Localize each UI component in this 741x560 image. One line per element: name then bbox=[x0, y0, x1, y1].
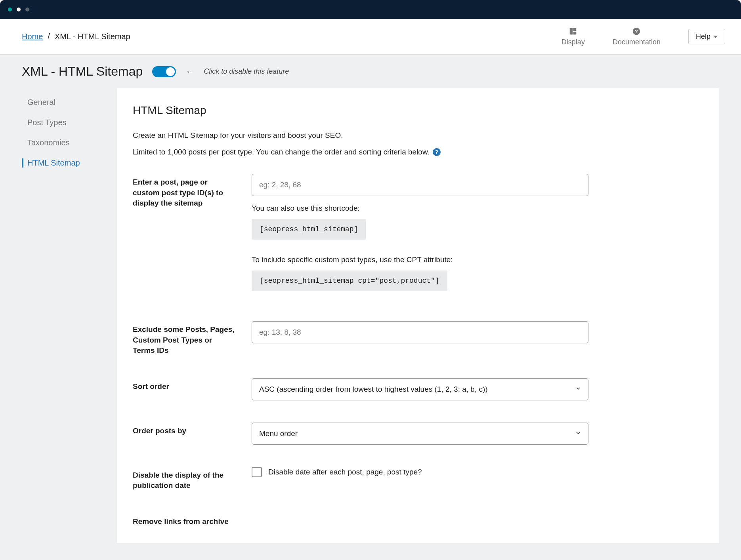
feature-toggle[interactable] bbox=[152, 66, 176, 77]
sidebar-item-post-types[interactable]: Post Types bbox=[22, 118, 101, 127]
display-icon bbox=[569, 27, 577, 36]
exclude-label: Exclude some Posts, Pages, Custom Post T… bbox=[133, 321, 236, 356]
row-remove-links: Remove links from archive bbox=[133, 513, 703, 527]
breadcrumb-home-link[interactable]: Home bbox=[22, 32, 43, 41]
include-label: Enter a post, page or custom post type I… bbox=[133, 174, 236, 299]
help-icon[interactable]: ? bbox=[433, 148, 441, 156]
topbar-actions: Display ? Documentation Help bbox=[561, 27, 725, 46]
order-by-select[interactable]: Menu order bbox=[252, 423, 588, 445]
documentation-button[interactable]: ? Documentation bbox=[613, 27, 661, 46]
sidebar-item-html-sitemap[interactable]: HTML Sitemap bbox=[22, 158, 101, 168]
panel-intro-2: Limited to 1,000 posts per post type. Yo… bbox=[133, 148, 703, 156]
svg-rect-1 bbox=[573, 28, 576, 31]
breadcrumb-sep: / bbox=[48, 32, 50, 41]
help-label: Help bbox=[696, 32, 710, 41]
arrow-left-icon: ← bbox=[185, 67, 194, 77]
page-header: XML - HTML Sitemap ← Click to disable th… bbox=[0, 55, 741, 88]
display-label: Display bbox=[561, 38, 585, 46]
side-tabs: General Post Types Taxonomies HTML Sitem… bbox=[22, 88, 101, 543]
macos-titlebar bbox=[0, 0, 741, 19]
sort-order-label: Sort order bbox=[133, 378, 236, 400]
panel-intro-2-text: Limited to 1,000 posts per post type. Yo… bbox=[133, 148, 430, 156]
remove-links-label: Remove links from archive bbox=[133, 513, 236, 527]
topbar: Home / XML - HTML Sitemap Display ? Docu… bbox=[0, 19, 741, 55]
display-button[interactable]: Display bbox=[561, 27, 585, 46]
help-circle-icon: ? bbox=[632, 27, 641, 36]
help-dropdown-button[interactable]: Help bbox=[688, 29, 725, 44]
sidebar-item-general[interactable]: General bbox=[22, 98, 101, 107]
breadcrumb: Home / XML - HTML Sitemap bbox=[22, 32, 130, 41]
order-by-label: Order posts by bbox=[133, 423, 236, 445]
documentation-label: Documentation bbox=[613, 38, 661, 46]
svg-rect-2 bbox=[573, 32, 576, 34]
row-exclude-ids: Exclude some Posts, Pages, Custom Post T… bbox=[133, 321, 703, 356]
shortcode-hint-1: You can also use this shortcode: bbox=[252, 204, 588, 213]
shortcode-2: [seopress_html_sitemap cpt="post,product… bbox=[252, 270, 447, 291]
page-title: XML - HTML Sitemap bbox=[22, 64, 143, 79]
main-layout: General Post Types Taxonomies HTML Sitem… bbox=[0, 88, 741, 559]
sort-order-select[interactable]: ASC (ascending order from lowest to high… bbox=[252, 378, 588, 400]
row-sort-order: Sort order ASC (ascending order from low… bbox=[133, 378, 703, 400]
caret-down-icon bbox=[714, 35, 718, 39]
panel: HTML Sitemap Create an HTML Sitemap for … bbox=[117, 88, 719, 543]
disable-date-checkbox[interactable] bbox=[252, 467, 262, 477]
breadcrumb-current: XML - HTML Sitemap bbox=[55, 32, 130, 41]
row-disable-date: Disable the display of the publication d… bbox=[133, 467, 703, 491]
window-control-minimize[interactable] bbox=[17, 8, 21, 11]
svg-text:?: ? bbox=[635, 29, 638, 34]
row-order-by: Order posts by Menu order bbox=[133, 423, 703, 445]
row-include-ids: Enter a post, page or custom post type I… bbox=[133, 174, 703, 299]
include-ids-input[interactable] bbox=[252, 174, 588, 196]
toggle-hint: Click to disable this feature bbox=[204, 67, 289, 76]
shortcode-hint-2: To include specific custom post types, u… bbox=[252, 255, 588, 264]
panel-intro-1: Create an HTML Sitemap for your visitors… bbox=[133, 131, 703, 140]
disable-date-label: Disable the display of the publication d… bbox=[133, 467, 236, 491]
window-control-zoom[interactable] bbox=[25, 8, 29, 11]
sidebar-item-taxonomies[interactable]: Taxonomies bbox=[22, 138, 101, 147]
disable-date-checkbox-label: Disable date after each post, page, post… bbox=[268, 468, 422, 476]
svg-rect-0 bbox=[570, 28, 573, 35]
panel-title: HTML Sitemap bbox=[133, 104, 703, 117]
exclude-ids-input[interactable] bbox=[252, 321, 588, 343]
window-control-close[interactable] bbox=[8, 8, 12, 11]
shortcode-1: [seopress_html_sitemap] bbox=[252, 219, 366, 240]
